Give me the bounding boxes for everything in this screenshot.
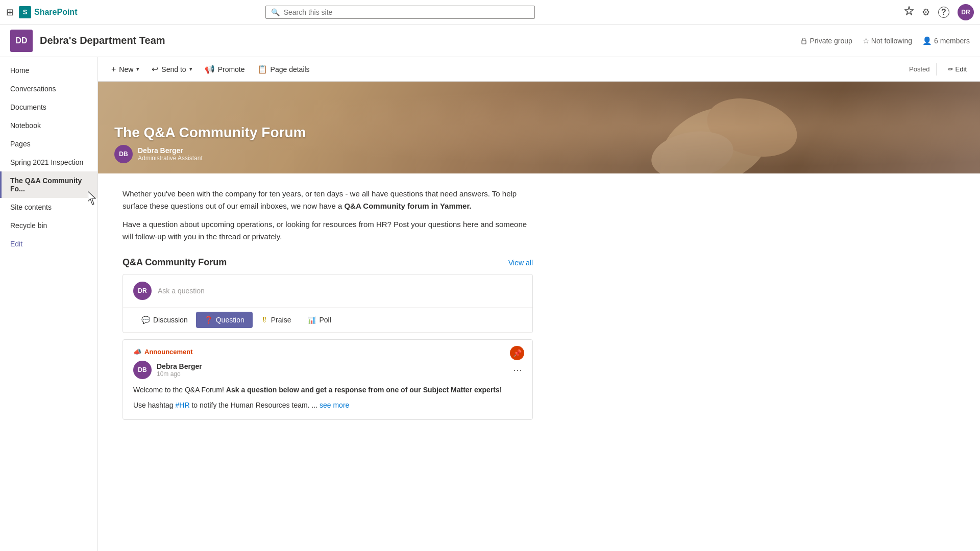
top-bar-right: ⚙ ? DR [904, 4, 974, 20]
hero-banner: The Q&A Community Forum DB Debra Berger … [98, 82, 980, 173]
not-following-button[interactable]: ☆ Not following [863, 36, 912, 45]
sharepoint-logo: S SharePoint [19, 6, 77, 18]
sidebar-item-label: Edit [10, 240, 22, 248]
ask-row: DR Ask a question [123, 274, 532, 308]
post-time: 10m ago [157, 370, 202, 378]
ask-avatar: DR [133, 282, 152, 300]
page-intro-1: Whether you've been with the company for… [122, 188, 533, 212]
search-input[interactable] [284, 8, 529, 16]
top-bar: ⊞ S SharePoint 🔍 ⚙ ? DR [0, 0, 980, 24]
post-body: Welcome to the Q&A Forum! Ask a question… [133, 384, 522, 395]
post-type-row: 💬 Discussion ❓ Question 🎖 Praise 📊 [123, 308, 532, 333]
sidebar-item-label: Spring 2021 Inspection [10, 158, 83, 166]
see-more-link[interactable]: see more [320, 401, 349, 409]
sidebar-item-pages[interactable]: Pages [0, 135, 97, 153]
page-details-label: Page details [271, 65, 310, 73]
praise-icon: 🎖 [261, 316, 268, 324]
hero-title: The Q&A Community Forum [114, 124, 306, 141]
private-group-label: Private group [810, 37, 852, 45]
sidebar-item-conversations[interactable]: Conversations [0, 80, 97, 98]
sidebar-item-label: Notebook [10, 121, 41, 130]
post-body-normal: Welcome to the Q&A Forum! [133, 386, 226, 394]
page-content: Whether you've been with the company for… [98, 173, 557, 434]
pin-icon: 📌 [513, 349, 522, 357]
sidebar-item-notebook[interactable]: Notebook [0, 116, 97, 135]
hashtag-link[interactable]: #HR [176, 401, 190, 409]
announcement-pin: 📌 [510, 346, 524, 360]
not-following-label: Not following [871, 37, 912, 45]
poll-button[interactable]: 📊 Poll [299, 312, 339, 328]
promote-icon: 📢 [205, 64, 215, 74]
edit-label: Edit [955, 65, 967, 73]
settings-icon-button[interactable]: ⚙ [922, 7, 930, 18]
post-more-button[interactable]: ⋯ [513, 364, 522, 375]
discussion-icon: 💬 [141, 316, 150, 324]
question-icon: ❓ [204, 316, 213, 324]
sidebar-item-label: Documents [10, 103, 46, 111]
sidebar: Home Conversations Documents Notebook Pa… [0, 57, 98, 551]
announcement-text: Announcement [144, 348, 193, 356]
sidebar-item-label: Home [10, 66, 29, 74]
sidebar-item-recycle-bin[interactable]: Recycle bin [0, 216, 97, 235]
top-bar-left: ⊞ S SharePoint [6, 6, 77, 18]
hero-author-name: Debra Berger [138, 146, 203, 155]
plus-icon: + [111, 65, 116, 74]
question-label: Question [216, 316, 244, 324]
post-author-info: Debra Berger 10m ago [157, 362, 202, 378]
lock-icon [800, 37, 808, 45]
sidebar-item-documents[interactable]: Documents [0, 98, 97, 116]
post-body-bold: Ask a question below and get a response … [226, 386, 502, 394]
sidebar-item-label: The Q&A Community Fo... [10, 177, 87, 193]
yammer-section-title: Q&A Community Forum [122, 257, 227, 268]
post-body-2: Use hashtag #HR to notify the Human Reso… [133, 399, 522, 411]
post-body2-post: to notify the Human Resources team. ... [190, 401, 318, 409]
toolbar: + New ▾ ↩ Send to ▾ 📢 Promote 📋 Page det… [98, 57, 980, 82]
site-logo: DD [10, 30, 33, 52]
layout: Home Conversations Documents Notebook Pa… [0, 57, 980, 551]
members-label: 6 members [934, 37, 970, 45]
new-label: New [119, 65, 133, 73]
new-button[interactable]: + New ▾ [106, 62, 144, 77]
praise-button[interactable]: 🎖 Praise [253, 312, 300, 328]
sidebar-item-site-contents[interactable]: Site contents [0, 198, 97, 216]
search-bar[interactable]: 🔍 [265, 6, 535, 19]
waffle-icon[interactable]: ⊞ [6, 7, 14, 18]
main-content: + New ▾ ↩ Send to ▾ 📢 Promote 📋 Page det… [98, 57, 980, 551]
praise-label: Praise [271, 316, 291, 324]
posted-label: Posted [909, 65, 929, 73]
activity-icon-button[interactable] [904, 6, 914, 18]
site-header: DD Debra's Department Team Private group… [0, 24, 980, 57]
private-group: Private group [800, 37, 852, 45]
sidebar-item-label: Pages [10, 140, 31, 148]
poll-icon: 📊 [307, 316, 316, 324]
sidebar-item-edit[interactable]: Edit [0, 235, 97, 253]
help-icon-button[interactable]: ? [938, 7, 949, 18]
search-icon: 🔍 [271, 8, 280, 16]
sidebar-item-label: Conversations [10, 85, 56, 93]
edit-button[interactable]: ✏ Edit [943, 62, 972, 76]
question-button[interactable]: ❓ Question [196, 312, 253, 328]
hero-author: DB Debra Berger Administrative Assistant [114, 145, 306, 163]
promote-button[interactable]: 📢 Promote [200, 61, 250, 77]
send-to-button[interactable]: ↩ Send to ▾ [146, 61, 197, 77]
toolbar-divider [936, 63, 937, 76]
sp-icon: S [19, 6, 31, 18]
page-details-button[interactable]: 📋 Page details [252, 61, 315, 77]
edit-icon: ✏ [948, 65, 953, 73]
send-icon: ↩ [152, 64, 158, 74]
sidebar-item-home[interactable]: Home [0, 61, 97, 80]
ask-question-input[interactable]: Ask a question [158, 287, 522, 295]
post-author-avatar: DB [133, 361, 152, 379]
members-count: 👤 6 members [922, 36, 970, 45]
sidebar-item-qa-forum[interactable]: The Q&A Community Fo... [0, 171, 97, 198]
discussion-button[interactable]: 💬 Discussion [133, 312, 196, 328]
hero-overlay: The Q&A Community Forum DB Debra Berger … [114, 124, 306, 163]
sidebar-item-label: Site contents [10, 203, 52, 211]
yammer-card: DR Ask a question 💬 Discussion ❓ Questio… [122, 274, 533, 333]
view-all-link[interactable]: View all [508, 259, 533, 267]
post-body2-pre: Use hashtag [133, 401, 176, 409]
star-icon: ☆ [863, 36, 869, 45]
avatar[interactable]: DR [958, 4, 974, 20]
yammer-header: Q&A Community Forum View all [122, 257, 533, 268]
sidebar-item-spring-inspection[interactable]: Spring 2021 Inspection [0, 153, 97, 171]
